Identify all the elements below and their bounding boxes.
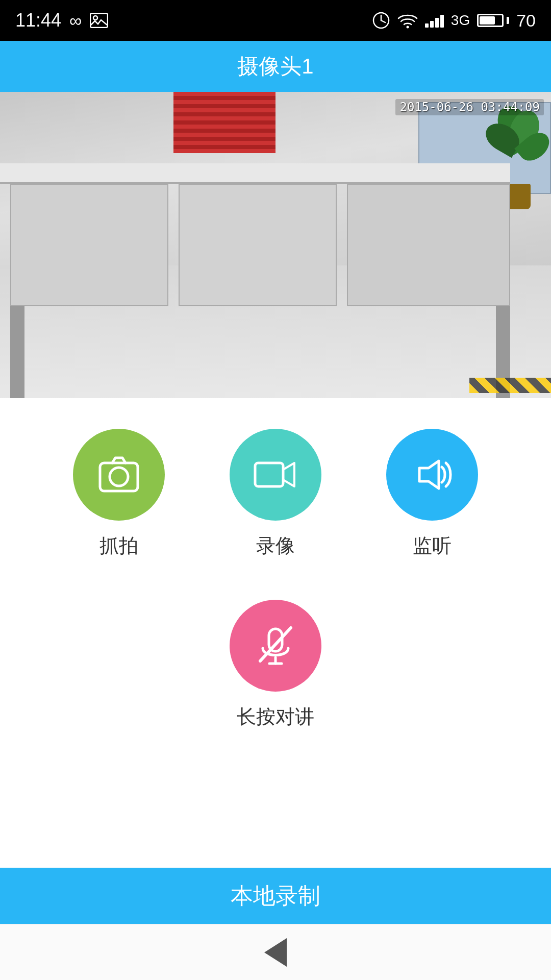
intercom-button[interactable]: [230, 600, 321, 692]
wifi-icon: [397, 11, 418, 30]
record-label: 录像: [256, 533, 295, 559]
monitor-button[interactable]: [386, 429, 478, 521]
time-display: 11:44: [15, 10, 61, 31]
back-button[interactable]: [260, 937, 291, 968]
camera-timestamp: 2015-06-26 03:44:09: [395, 99, 544, 115]
local-record-button[interactable]: 本地录制: [0, 868, 551, 924]
monitor-label: 监听: [413, 533, 452, 559]
svg-point-5: [406, 26, 409, 29]
camera-feed: 2015-06-26 03:44:09: [0, 92, 551, 398]
battery-level: 70: [516, 11, 536, 31]
network-type: 3G: [451, 12, 470, 29]
speaker-icon: [409, 452, 455, 498]
status-bar: 11:44 ∞ 3G: [0, 0, 551, 41]
monitor-control[interactable]: 监听: [386, 429, 478, 559]
intercom-label: 长按对讲: [237, 704, 314, 730]
record-control[interactable]: 录像: [230, 429, 321, 559]
local-record-label: 本地录制: [231, 881, 320, 911]
mic-mute-icon: [253, 623, 298, 669]
back-icon: [264, 938, 287, 967]
video-icon: [253, 452, 298, 498]
page-title: 摄像头1: [237, 52, 313, 81]
top-bar: 摄像头1: [0, 41, 551, 92]
reception-desk: [0, 163, 510, 306]
record-button[interactable]: [230, 429, 321, 521]
nav-bar: [0, 924, 551, 980]
capture-button[interactable]: [73, 429, 165, 521]
controls-row-2: 长按对讲: [0, 600, 551, 730]
bg-blind: [173, 92, 276, 153]
capture-control[interactable]: 抓拍: [73, 429, 165, 559]
battery-icon: [477, 14, 509, 27]
svg-point-1: [93, 16, 97, 20]
clock-icon: [372, 11, 390, 30]
capture-label: 抓拍: [99, 533, 138, 559]
controls-row-1: 抓拍 录像 监听: [0, 429, 551, 559]
svg-rect-8: [255, 463, 283, 486]
signal-bars: [425, 13, 444, 28]
camera-scene: 2015-06-26 03:44:09: [0, 92, 551, 398]
camera-icon: [96, 452, 142, 498]
svg-rect-0: [90, 13, 108, 28]
svg-point-7: [110, 468, 128, 486]
infinity-icon: ∞: [69, 11, 82, 31]
image-icon: [90, 13, 108, 28]
intercom-control[interactable]: 长按对讲: [230, 600, 321, 730]
safety-tape: [469, 378, 551, 393]
svg-line-4: [381, 20, 385, 22]
controls-area: 抓拍 录像 监听: [0, 398, 551, 868]
